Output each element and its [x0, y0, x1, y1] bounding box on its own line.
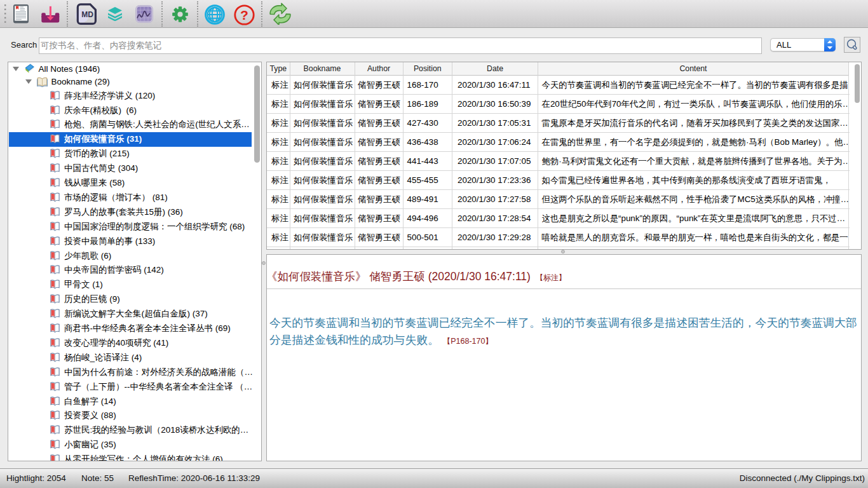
svg-text:?: ?: [240, 8, 248, 22]
svg-text:MD: MD: [81, 10, 93, 19]
